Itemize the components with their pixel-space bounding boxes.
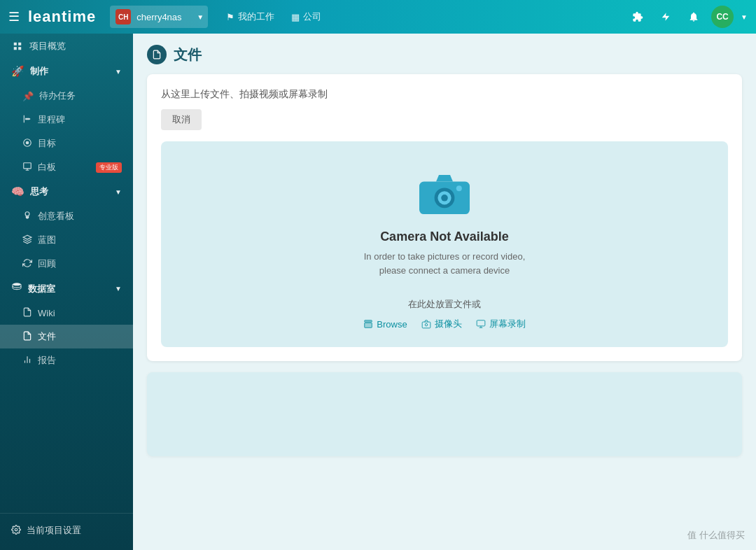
company-icon: ▦ xyxy=(291,12,300,22)
main-layout: 项目概览 🚀 制作 ▼ 📌 待办任务 里程碑 目标 xyxy=(0,34,756,550)
svg-rect-20 xyxy=(422,322,430,328)
project-dropdown-chevron: ▼ xyxy=(197,13,204,21)
main-content: 文件 从这里上传文件、拍摄视频或屏幕录制 取消 Camera Not Avail… xyxy=(133,34,756,550)
sidebar-item-project-settings[interactable]: 当前项目设置 xyxy=(0,518,133,543)
user-avatar[interactable]: CC xyxy=(711,6,734,28)
camera-label: 摄像头 xyxy=(435,318,462,330)
dataroom-icon xyxy=(11,282,22,295)
sidebar-overview-label: 项目概览 xyxy=(29,40,66,52)
sidebar-item-idea-board[interactable]: 创意看板 xyxy=(0,204,133,228)
goal-icon xyxy=(22,138,32,150)
production-chevron: ▼ xyxy=(115,68,122,76)
svg-rect-6 xyxy=(24,162,31,168)
sidebar-item-reports[interactable]: 报告 xyxy=(0,348,133,372)
sidebar-bottom: 当前项目设置 xyxy=(0,513,133,543)
review-label: 回顾 xyxy=(38,258,56,270)
svg-point-8 xyxy=(13,283,21,285)
sidebar-section-thinking[interactable]: 🧠 思考 ▼ xyxy=(0,179,133,204)
project-avatar: CH xyxy=(115,9,131,24)
todos-label: 待办任务 xyxy=(39,90,76,102)
sidebar-section-dataroom[interactable]: 数据室 ▼ xyxy=(0,276,133,302)
bell-icon-btn[interactable] xyxy=(683,6,704,27)
second-card xyxy=(147,372,742,456)
blueprint-label: 蓝图 xyxy=(38,234,56,246)
svg-rect-1 xyxy=(18,43,21,45)
menu-icon[interactable]: ☰ xyxy=(8,9,20,24)
topnav-links: ⚑ 我的工作 ▦ 公司 xyxy=(219,7,627,27)
thinking-label: 思考 xyxy=(30,185,48,198)
svg-point-5 xyxy=(26,141,29,144)
camera-area: Camera Not Available In order to take pi… xyxy=(161,141,728,347)
browse-button[interactable]: Browse xyxy=(363,319,407,330)
blueprint-icon xyxy=(22,234,32,246)
thinking-chevron: ▼ xyxy=(115,188,122,196)
app-logo: leantime xyxy=(28,8,96,26)
upload-card: 从这里上传文件、拍摄视频或屏幕录制 取消 Camera Not Availabl… xyxy=(147,74,742,361)
my-work-icon: ⚑ xyxy=(226,12,234,22)
topnav-company[interactable]: ▦ 公司 xyxy=(284,7,328,27)
idea-icon xyxy=(22,211,32,223)
project-name: cherry4nas xyxy=(136,12,181,22)
topnav-right: CC ▼ xyxy=(627,6,748,28)
sidebar-item-files[interactable]: 文件 xyxy=(0,325,133,348)
files-label: 文件 xyxy=(38,330,56,343)
camera-button[interactable]: 摄像头 xyxy=(421,318,462,330)
sidebar-section-production[interactable]: 🚀 制作 ▼ xyxy=(0,59,133,84)
upload-actions: Browse 摄像头 屏幕录制 xyxy=(363,318,525,330)
sidebar-item-milestones[interactable]: 里程碑 xyxy=(0,108,133,132)
pin-icon: 📌 xyxy=(22,91,34,101)
review-icon xyxy=(22,258,32,270)
milestones-label: 里程碑 xyxy=(38,113,65,126)
sidebar-item-whiteboard[interactable]: 白板 专业版 xyxy=(0,155,133,179)
topnav-my-work[interactable]: ⚑ 我的工作 xyxy=(219,7,281,27)
rocket-icon: 🚀 xyxy=(11,65,24,78)
drop-zone-text: 在此处放置文件或 xyxy=(408,298,481,311)
browse-label: Browse xyxy=(377,319,407,330)
camera-not-available-text: Camera Not Available xyxy=(380,230,509,244)
puzzle-icon-btn[interactable] xyxy=(627,6,648,27)
project-selector[interactable]: CH cherry4nas ▼ xyxy=(110,6,208,28)
camera-icon xyxy=(416,169,472,217)
wiki-label: Wiki xyxy=(38,308,55,318)
upload-description: 从这里上传文件、拍摄视频或屏幕录制 xyxy=(161,88,728,101)
idea-board-label: 创意看板 xyxy=(38,210,74,223)
svg-point-16 xyxy=(441,195,448,202)
user-dropdown-chevron[interactable]: ▼ xyxy=(741,13,748,21)
whiteboard-label: 白板 xyxy=(38,161,56,174)
goals-label: 目标 xyxy=(38,137,56,150)
files-icon xyxy=(22,331,32,343)
camera-description: In order to take pictures or record vide… xyxy=(354,250,536,277)
sidebar-item-blueprint[interactable]: 蓝图 xyxy=(0,228,133,252)
sidebar-item-wiki[interactable]: Wiki xyxy=(0,302,133,325)
page-title: 文件 xyxy=(174,45,202,64)
dataroom-chevron: ▼ xyxy=(115,285,122,292)
reports-icon xyxy=(22,355,32,367)
dataroom-label: 数据室 xyxy=(28,283,55,295)
page-header: 文件 xyxy=(147,45,742,64)
settings-icon xyxy=(11,525,21,537)
sidebar-item-goals[interactable]: 目标 xyxy=(0,132,133,155)
screen-record-label: 屏幕录制 xyxy=(489,318,526,330)
sidebar-item-overview[interactable]: 项目概览 xyxy=(0,34,133,59)
company-label: 公司 xyxy=(303,10,321,23)
svg-rect-22 xyxy=(477,320,485,326)
svg-rect-2 xyxy=(14,47,17,50)
wiki-icon xyxy=(22,307,32,319)
bolt-icon-btn[interactable] xyxy=(655,6,676,27)
svg-rect-3 xyxy=(18,47,21,50)
production-label: 制作 xyxy=(30,65,48,78)
overview-icon xyxy=(11,40,24,52)
cancel-button[interactable]: 取消 xyxy=(161,109,202,130)
reports-label: 报告 xyxy=(38,354,56,367)
top-navigation: ☰ leantime CH cherry4nas ▼ ⚑ 我的工作 ▦ 公司 C… xyxy=(0,0,756,34)
brain-icon: 🧠 xyxy=(11,185,24,198)
screen-record-button[interactable]: 屏幕录制 xyxy=(476,318,526,330)
milestone-icon xyxy=(22,114,32,126)
pro-badge: 专业版 xyxy=(96,162,122,173)
sidebar-item-todos[interactable]: 📌 待办任务 xyxy=(0,84,133,108)
project-settings-label: 当前项目设置 xyxy=(27,524,81,537)
svg-point-17 xyxy=(456,185,462,191)
svg-rect-0 xyxy=(14,43,17,45)
svg-point-21 xyxy=(425,323,428,326)
sidebar-item-review[interactable]: 回顾 xyxy=(0,252,133,276)
